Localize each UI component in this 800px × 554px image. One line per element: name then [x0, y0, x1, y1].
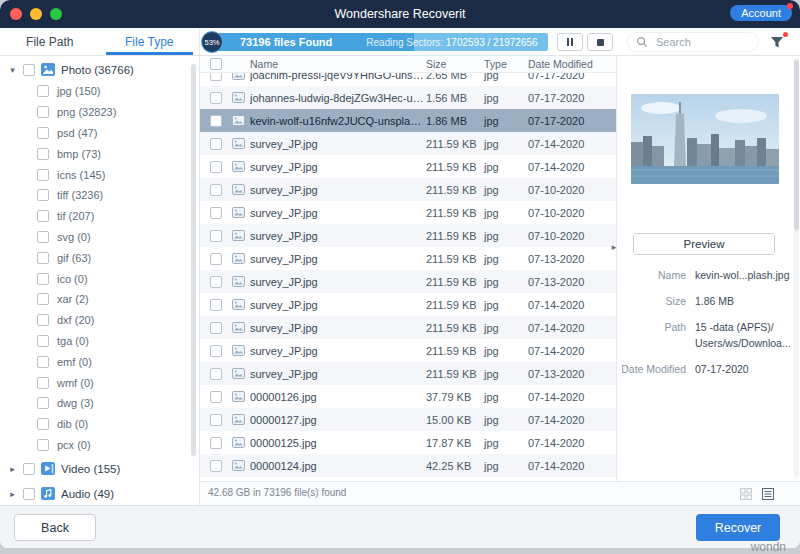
table-row[interactable]: survey_JP.jpg 211.59 KB jpg 07-13-2020: [200, 362, 616, 385]
filetype-checkbox[interactable]: [37, 252, 49, 264]
table-row[interactable]: 00000125.jpg 17.87 KB jpg 07-14-2020: [200, 431, 616, 454]
filetype-checkbox[interactable]: [37, 231, 49, 243]
photo-checkbox[interactable]: [23, 64, 35, 76]
table-row[interactable]: survey_JP.jpg 211.59 KB jpg 07-13-2020: [200, 247, 616, 270]
column-header-name[interactable]: Name: [250, 58, 426, 70]
filetype-checkbox[interactable]: [37, 85, 49, 97]
main-scrollbar-track[interactable]: [794, 58, 799, 477]
sidebar-filetype-item[interactable]: pcx (0): [0, 435, 199, 456]
chevron-right-icon[interactable]: ▸: [8, 464, 17, 474]
row-checkbox[interactable]: [210, 322, 222, 334]
sidebar-filetype-item[interactable]: icns (145): [0, 164, 199, 185]
filetype-checkbox[interactable]: [37, 356, 49, 368]
account-button[interactable]: Account: [730, 5, 792, 21]
table-row[interactable]: survey_JP.jpg 211.59 KB jpg 07-10-2020: [200, 201, 616, 224]
filetype-checkbox[interactable]: [37, 335, 49, 347]
sidebar-filetype-item[interactable]: xar (2): [0, 289, 199, 310]
sidebar-filetype-item[interactable]: gif (63): [0, 247, 199, 268]
row-checkbox[interactable]: [210, 230, 222, 242]
row-checkbox[interactable]: [210, 207, 222, 219]
row-checkbox[interactable]: [210, 460, 222, 472]
panel-collapse-handle[interactable]: ▸: [608, 232, 620, 262]
table-row[interactable]: survey_JP.jpg 211.59 KB jpg 07-10-2020: [200, 224, 616, 247]
column-header-type[interactable]: Type: [484, 58, 528, 70]
row-checkbox[interactable]: [210, 391, 222, 403]
sidebar-filetype-item[interactable]: svg (0): [0, 227, 199, 248]
filetype-checkbox[interactable]: [37, 127, 49, 139]
table-row[interactable]: 00000126.jpg 37.79 KB jpg 07-14-2020: [200, 385, 616, 408]
sidebar-item-audio[interactable]: ▸ Audio (49): [0, 482, 199, 505]
row-checkbox[interactable]: [210, 253, 222, 265]
chevron-right-icon[interactable]: ▸: [8, 489, 17, 499]
column-header-date[interactable]: Date Modified: [528, 58, 616, 70]
filetype-checkbox[interactable]: [37, 314, 49, 326]
row-checkbox[interactable]: [210, 299, 222, 311]
filetype-checkbox[interactable]: [37, 397, 49, 409]
sidebar-filetype-item[interactable]: dwg (3): [0, 393, 199, 414]
search-input[interactable]: [654, 35, 744, 49]
table-row[interactable]: survey_JP.jpg 211.59 KB jpg 07-14-2020: [200, 132, 616, 155]
sidebar-filetype-item[interactable]: png (32823): [0, 102, 199, 123]
stop-scan-button[interactable]: [587, 33, 613, 51]
sidebar-filetype-item[interactable]: tiff (3236): [0, 185, 199, 206]
column-header-size[interactable]: Size: [426, 58, 484, 70]
filetype-checkbox[interactable]: [37, 418, 49, 430]
sidebar-scrollbar[interactable]: [191, 64, 196, 456]
filetype-checkbox[interactable]: [37, 189, 49, 201]
row-checkbox[interactable]: [210, 414, 222, 426]
back-button[interactable]: Back: [14, 514, 96, 541]
recover-button[interactable]: Recover: [696, 514, 780, 541]
filetype-checkbox[interactable]: [37, 210, 49, 222]
search-box[interactable]: [627, 32, 759, 52]
table-row[interactable]: joachim-pressl-jqeV9YHhGO-unsplash.jpg 2…: [200, 73, 616, 86]
sidebar-filetype-item[interactable]: ico (0): [0, 268, 199, 289]
main-scrollbar-thumb[interactable]: [794, 60, 799, 230]
table-row[interactable]: johannes-ludwig-8dejZGw3Hec-unsplash.jpg…: [200, 86, 616, 109]
table-row[interactable]: 00000127.jpg 15.00 KB jpg 07-14-2020: [200, 408, 616, 431]
filetype-checkbox[interactable]: [37, 439, 49, 451]
table-row[interactable]: survey_JP.jpg 211.59 KB jpg 07-14-2020: [200, 293, 616, 316]
thumbnail-view-icon[interactable]: [740, 488, 752, 500]
table-row[interactable]: survey_JP.jpg 211.59 KB jpg 07-10-2020: [200, 178, 616, 201]
sidebar-filetype-item[interactable]: emf (0): [0, 351, 199, 372]
sidebar-filetype-item[interactable]: tga (0): [0, 331, 199, 352]
filetype-checkbox[interactable]: [37, 106, 49, 118]
filetype-checkbox[interactable]: [37, 293, 49, 305]
filetype-checkbox[interactable]: [37, 169, 49, 181]
row-checkbox[interactable]: [210, 161, 222, 173]
sidebar-filetype-item[interactable]: bmp (73): [0, 143, 199, 164]
filetype-checkbox[interactable]: [37, 148, 49, 160]
filter-button[interactable]: [770, 35, 786, 49]
table-row[interactable]: survey_JP.jpg 211.59 KB jpg 07-14-2020: [200, 339, 616, 362]
audio-checkbox[interactable]: [23, 488, 35, 500]
row-checkbox[interactable]: [210, 138, 222, 150]
tab-file-path[interactable]: File Path: [0, 28, 100, 55]
sidebar-item-photo[interactable]: ▾ Photo (36766): [0, 58, 199, 81]
filetype-checkbox[interactable]: [37, 377, 49, 389]
table-row[interactable]: kevin-wolf-u16nfw2JUCQ-unsplash.jpg 1.86…: [200, 109, 616, 132]
preview-thumbnail[interactable]: [631, 94, 779, 184]
row-checkbox[interactable]: [210, 73, 222, 81]
filetype-checkbox[interactable]: [37, 273, 49, 285]
sidebar-filetype-item[interactable]: wmf (0): [0, 372, 199, 393]
row-checkbox[interactable]: [210, 184, 222, 196]
select-all-checkbox[interactable]: [210, 58, 222, 70]
row-checkbox[interactable]: [210, 437, 222, 449]
sidebar-filetype-item[interactable]: dib (0): [0, 414, 199, 435]
tab-file-type[interactable]: File Type: [100, 28, 200, 55]
row-checkbox[interactable]: [210, 92, 222, 104]
sidebar-filetype-item[interactable]: jpg (150): [0, 81, 199, 102]
row-checkbox[interactable]: [210, 368, 222, 380]
preview-button[interactable]: Preview: [633, 233, 775, 255]
table-row[interactable]: survey_JP.jpg 211.59 KB jpg 07-14-2020: [200, 155, 616, 178]
sidebar-filetype-item[interactable]: psd (47): [0, 123, 199, 144]
row-checkbox[interactable]: [210, 276, 222, 288]
table-row[interactable]: survey_JP.jpg 211.59 KB jpg 07-14-2020: [200, 316, 616, 339]
row-checkbox[interactable]: [210, 345, 222, 357]
row-checkbox[interactable]: [210, 115, 222, 127]
sidebar-filetype-item[interactable]: tif (207): [0, 206, 199, 227]
list-view-icon[interactable]: [762, 488, 774, 500]
table-row[interactable]: survey_JP.jpg 211.59 KB jpg 07-13-2020: [200, 270, 616, 293]
sidebar-item-video[interactable]: ▸ Video (155): [0, 457, 199, 480]
table-row[interactable]: 00000124.jpg 42.25 KB jpg 07-14-2020: [200, 454, 616, 477]
